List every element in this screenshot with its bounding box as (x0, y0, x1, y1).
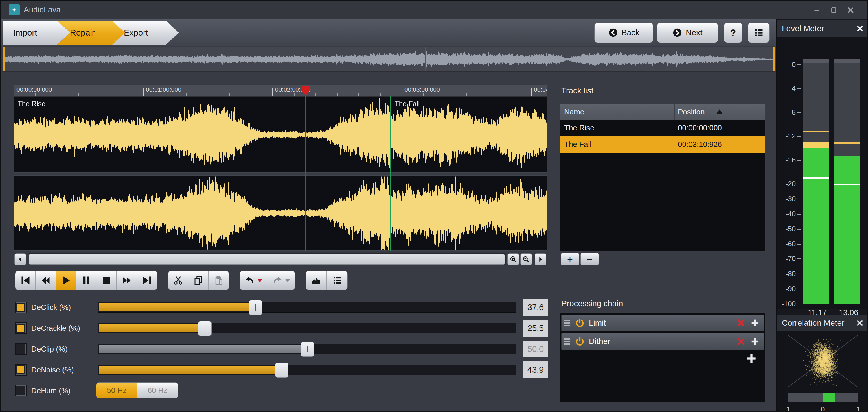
stop-icon (101, 275, 112, 286)
menu-button[interactable] (748, 23, 770, 43)
maximize-button[interactable] (828, 4, 840, 16)
waveform-pane-right-channel[interactable] (13, 175, 548, 251)
checkbox-declick[interactable] (16, 302, 26, 313)
meter-scale-label: -4 (779, 84, 796, 93)
back-button[interactable]: Back (594, 23, 653, 43)
checkbox-declip[interactable] (16, 344, 26, 354)
play-button[interactable] (56, 271, 76, 290)
playhead-line[interactable] (305, 96, 306, 251)
meter-scale-label: -90 (779, 285, 796, 293)
slider-value-denoise[interactable]: 43.9 (523, 362, 548, 378)
clip-boundary-line[interactable] (390, 96, 391, 251)
slider-label: DeClick (%) (31, 299, 71, 316)
minimize-button[interactable] (811, 4, 824, 16)
zoom-in-button[interactable] (507, 253, 519, 266)
add-processor-after-icon[interactable] (750, 318, 760, 328)
chain-item-limit[interactable]: Limit (561, 315, 764, 331)
slider-track[interactable] (98, 323, 517, 333)
redo-icon (272, 275, 283, 286)
checkbox-decrackle[interactable] (16, 323, 26, 333)
track-row-the-rise[interactable]: The Rise00:00:00:000 (560, 120, 765, 136)
clip-indicator (803, 59, 829, 63)
titlebar: AudioLava (1, 1, 868, 20)
stop-button[interactable] (96, 271, 117, 290)
waveform-pane-left-channel[interactable]: The Rise The Fall (13, 97, 548, 173)
tracklist-view-button[interactable] (327, 271, 347, 290)
next-button[interactable]: Next (657, 23, 718, 43)
processing-chain-box: LimitDither (560, 312, 766, 403)
add-processor-after-icon[interactable] (750, 337, 760, 346)
column-name[interactable]: Name (564, 108, 584, 116)
fast-forward-button[interactable] (117, 271, 137, 290)
overview-waveform[interactable] (3, 47, 775, 72)
skip-start-button[interactable] (16, 271, 36, 290)
close-correlation-meter-icon[interactable] (857, 319, 863, 327)
thumb-grip (255, 304, 256, 311)
slider-thumb[interactable] (301, 342, 314, 357)
transport-group (15, 271, 157, 290)
rewind-button[interactable] (36, 271, 56, 290)
toggle-option-60hz[interactable]: 60 Hz (137, 382, 178, 398)
overview-playhead[interactable] (425, 47, 426, 71)
waveform-view-button[interactable] (306, 271, 327, 290)
checkbox-denoise[interactable] (16, 365, 26, 375)
pause-button[interactable] (76, 271, 96, 290)
checkbox-dehum[interactable] (16, 385, 26, 396)
help-button[interactable]: ? (724, 23, 742, 43)
overview-end-marker[interactable] (773, 47, 775, 71)
slider-value-declick[interactable]: 37.6 (523, 299, 548, 316)
power-icon[interactable] (575, 337, 585, 346)
level-meter-body: 0-4-8-12-16-20-30-40-50-60-70-80-90-100-… (777, 37, 868, 309)
scroll-right-button[interactable] (535, 253, 546, 266)
meter-scale-tick (797, 183, 801, 184)
slider-value-decrackle[interactable]: 25.5 (523, 320, 548, 337)
power-icon[interactable] (575, 318, 585, 328)
toggle-option-50hz[interactable]: 50 Hz (96, 382, 137, 398)
remove-track-button[interactable]: − (580, 253, 599, 266)
corr-scale-plus1: 1 (857, 405, 860, 412)
redo-button[interactable] (267, 271, 295, 290)
cut-button[interactable] (168, 271, 188, 290)
remove-processor-icon[interactable] (737, 337, 745, 346)
skip-end-button[interactable] (137, 271, 157, 290)
close-window-icon[interactable] (844, 4, 857, 16)
timeline-minor-tick (186, 93, 187, 96)
wizard-step-import[interactable]: Import (3, 21, 70, 44)
meter-scale-label: -20 (779, 180, 796, 188)
meter-scale-tick (797, 274, 801, 274)
slider-thumb[interactable] (198, 321, 212, 336)
track-row-the-fall[interactable]: The Fall00:03:10:926 (560, 136, 765, 153)
drag-handle-icon[interactable] (564, 337, 570, 346)
add-processor-button[interactable] (745, 352, 758, 365)
paste-button[interactable] (209, 271, 229, 290)
undo-button[interactable] (240, 271, 267, 290)
timeline-major-tick (402, 88, 402, 96)
slider-track[interactable] (98, 344, 517, 354)
chain-item-dither[interactable]: Dither (561, 333, 764, 350)
close-level-meter-icon[interactable] (857, 25, 863, 32)
remove-processor-icon[interactable] (737, 319, 745, 327)
slider-label: DeNoise (%) (31, 362, 74, 378)
timeline-ruler[interactable]: 00:00:00:00000:01:00:00000:02:00:00000:0… (13, 85, 548, 97)
column-position[interactable]: Position (678, 108, 705, 116)
meter-scale-label: -60 (779, 240, 796, 248)
slider-thumb[interactable] (275, 363, 288, 378)
timeline-minor-tick (165, 93, 165, 96)
slider-track[interactable] (98, 365, 517, 375)
track-position: 00:00:00:000 (678, 124, 722, 132)
slider-track[interactable] (98, 302, 517, 313)
overview-start-marker[interactable] (3, 47, 5, 71)
track-name: The Fall (564, 140, 591, 149)
copy-button[interactable] (188, 271, 209, 290)
slider-value-declip[interactable]: 50.0 (523, 341, 548, 357)
meter-scale-label: -50 (779, 225, 796, 233)
drag-handle-icon[interactable] (564, 319, 570, 328)
scroll-left-button[interactable] (14, 253, 26, 266)
scrollbar-thumb[interactable] (29, 254, 505, 265)
zoom-out-button[interactable] (520, 253, 532, 266)
add-track-button[interactable]: + (561, 253, 579, 266)
track-list-header[interactable]: Name Position (560, 104, 765, 120)
slider-thumb[interactable] (249, 300, 262, 315)
track-list-title: Track list (561, 86, 593, 95)
scrollbar-track[interactable] (28, 253, 506, 266)
